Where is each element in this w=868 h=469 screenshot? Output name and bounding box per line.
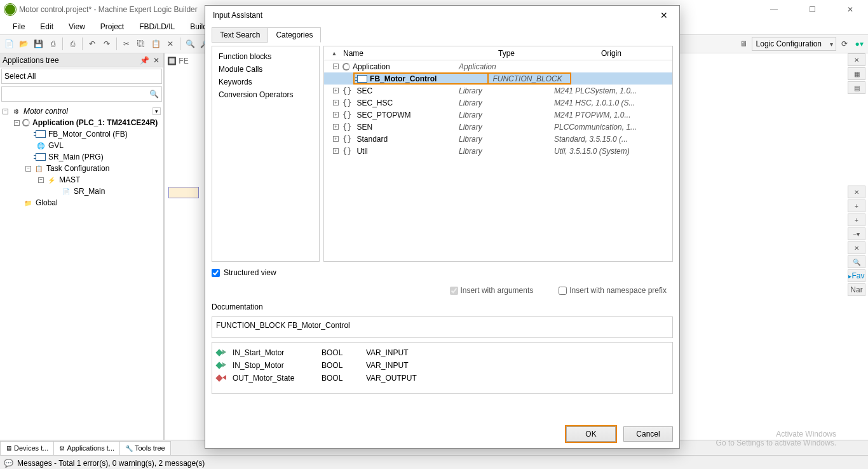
cut-button[interactable]: ✂ (120, 37, 133, 50)
minimize-button[interactable]: — (761, 3, 787, 16)
grid-row-sec_hsc[interactable]: + {}SEC_HSC Library M241 HSC, 1.0.1.0 (S… (324, 97, 672, 109)
panel-header: Applications tree 📌 ✕ (0, 53, 163, 67)
tree-item-srmain[interactable]: SR_Main (PRG) (0, 151, 163, 163)
pin-icon[interactable]: 📌 (139, 56, 151, 65)
documentation-box: FUNCTION_BLOCK FB_Motor_Control (212, 316, 673, 338)
search-icon-right[interactable]: 🔍 (848, 255, 865, 268)
tree-item-global[interactable]: 📁 Global (0, 197, 163, 208)
items-grid[interactable]: ▲ Name Type Origin − Application Applica… (323, 46, 673, 262)
grid-row-standard[interactable]: + {}Standard Library Standard, 3.5.15.0 … (324, 133, 672, 145)
input-assistant-dialog: Input Assistant ✕ Text Search Categories… (205, 5, 680, 449)
menu-file[interactable]: File (5, 20, 32, 34)
right-close-3[interactable]: ✕ (848, 241, 865, 254)
parameters-box: IN_Start_MotorBOOLVAR_INPUTIN_Stop_Motor… (212, 342, 673, 394)
menu-view[interactable]: View (61, 20, 93, 34)
right-btn-b[interactable]: ▤ (848, 81, 865, 94)
right-nar[interactable]: Nar (848, 283, 865, 296)
save-button[interactable]: 💾 (32, 37, 44, 50)
applications-tree-panel: Applications tree 📌 ✕ Select All 🔍 − ⚙ M… (0, 53, 164, 440)
sort-icon[interactable]: ▲ (328, 50, 341, 57)
tree-item-fb[interactable]: FB_Motor_Control (FB) (0, 128, 163, 140)
grid-row-application[interactable]: − Application Application (324, 60, 672, 72)
grid-row-fb_motor_control[interactable]: FB_Motor_Control FUNCTION_BLOCK (324, 72, 672, 85)
col-origin[interactable]: Origin (554, 49, 668, 58)
messages-text: Messages - Total 1 error(s), 0 warning(s… (17, 459, 205, 468)
menu-edit[interactable]: Edit (32, 20, 61, 34)
grid-row-sec[interactable]: + {}SEC Library M241 PLCSystem, 1.0... (324, 85, 672, 97)
tree-item-mast[interactable]: − ⚡ MAST (0, 174, 163, 186)
category-keywords[interactable]: Keywords (219, 76, 313, 88)
app-icon (5, 4, 15, 15)
tree-item-mast-srmain[interactable]: 📄 SR_Main (0, 186, 163, 197)
dialog-title-bar[interactable]: Input Assistant ✕ (205, 6, 679, 25)
category-module-calls[interactable]: Module Calls (219, 63, 313, 76)
documentation-label: Documentation (212, 301, 673, 313)
col-type[interactable]: Type (459, 49, 554, 58)
grid-row-sec_ptopwm[interactable]: + {}SEC_PTOPWM Library M241 PTOPWM, 1.0.… (324, 109, 672, 121)
right-fav[interactable]: ▸Fav (848, 269, 865, 282)
right-close-1[interactable]: ✕ (848, 53, 865, 66)
save-all-button[interactable]: ⎙ (46, 37, 59, 50)
grid-row-sen[interactable]: + {}SEN Library PLCCommunication, 1... (324, 121, 672, 133)
right-btn-e[interactable]: −▾ (848, 228, 865, 240)
menu-project[interactable]: Project (93, 20, 132, 34)
device-icon[interactable]: 🖥 (737, 37, 750, 50)
tree-app[interactable]: − Application (PLC_1: TM241CE24R) (0, 117, 163, 128)
config-dropdown[interactable]: Logic Configuration (752, 37, 836, 51)
copy-button[interactable]: ⿻ (135, 37, 147, 50)
new-button[interactable]: 📄 (3, 37, 15, 50)
bottom-tab-2[interactable]: 🔧Tools tree (119, 441, 171, 455)
dialog-tabs: Text Search Categories (212, 27, 673, 43)
tree-root[interactable]: − ⚙ Motor control ▾ (0, 105, 163, 117)
messages-bar[interactable]: 💬 Messages - Total 1 error(s), 0 warning… (0, 455, 868, 469)
param-in_stop_motor: IN_Stop_MotorBOOLVAR_INPUT (216, 359, 668, 372)
undo-button[interactable]: ↶ (86, 37, 98, 50)
right-btn-d[interactable]: + (848, 214, 865, 226)
dialog-title: Input Assistant (213, 11, 262, 20)
insert-ns-checkbox[interactable]: Insert with namespace prefix (559, 286, 667, 295)
paste-button[interactable]: 📋 (149, 37, 162, 50)
watermark: Activate Windows Go to Settings to activ… (716, 430, 836, 447)
select-all-dropdown[interactable]: Select All (1, 69, 162, 84)
right-close-2[interactable]: ✕ (848, 186, 865, 198)
insert-args-checkbox[interactable]: Insert with arguments (450, 286, 534, 295)
grid-header[interactable]: ▲ Name Type Origin (324, 46, 672, 60)
category-conversion-operators[interactable]: Conversion Operators (219, 88, 313, 101)
bottom-tab-0[interactable]: 🖥Devices t... (0, 441, 54, 455)
tree-item-gvl[interactable]: 🌐 GVL (0, 140, 163, 151)
tree-item-taskcfg[interactable]: − 📋 Task Configuration (0, 163, 163, 174)
delete-button[interactable]: ✕ (164, 37, 177, 50)
structured-view-checkbox[interactable]: Structured view (212, 266, 673, 280)
category-function-blocks[interactable]: Function blocks (219, 50, 313, 63)
close-button[interactable]: ✕ (837, 3, 863, 16)
connect-button[interactable]: ●▾ (853, 37, 865, 50)
param-out_motor_state: OUT_Motor_StateBOOLVAR_OUTPUT (216, 372, 668, 384)
grid-row-util[interactable]: + {}Util Library Util, 3.5.15.0 (System) (324, 145, 672, 157)
tab-categories[interactable]: Categories (268, 27, 321, 43)
ok-button[interactable]: OK (566, 426, 616, 442)
open-button[interactable]: 📂 (17, 37, 30, 50)
tree[interactable]: − ⚙ Motor control ▾ − Application (PLC_1… (0, 103, 163, 440)
redo-button[interactable]: ↷ (100, 37, 113, 50)
tab-text-search[interactable]: Text Search (212, 27, 268, 43)
cancel-button[interactable]: Cancel (623, 426, 673, 442)
search-icon: 🔍 (149, 90, 159, 99)
panel-close-icon[interactable]: ✕ (152, 56, 161, 65)
dialog-close-button[interactable]: ✕ (654, 8, 674, 22)
categories-list[interactable]: Function blocksModule CallsKeywordsConve… (212, 46, 320, 262)
col-name[interactable]: Name (341, 49, 459, 58)
param-in_start_motor: IN_Start_MotorBOOLVAR_INPUT (216, 346, 668, 359)
panel-title: Applications tree (3, 56, 59, 65)
right-btn-c[interactable]: + (848, 200, 865, 212)
bottom-tab-1[interactable]: ⚙Applications t... (53, 441, 120, 455)
messages-icon: 💬 (4, 459, 13, 468)
right-btn-a[interactable]: ▦ (848, 67, 865, 80)
maximize-button[interactable]: ☐ (799, 3, 825, 16)
right-docked-panels: ✕ ▦ ▤ ✕ + + −▾ ✕ 🔍 ▸Fav Nar (848, 53, 868, 409)
refresh-button[interactable]: ⟳ (838, 37, 851, 50)
menu-fbd/ld/il[interactable]: FBD/LD/IL (132, 20, 182, 34)
find-button[interactable]: 🔍 (184, 37, 196, 50)
print-button[interactable]: ⎙ (66, 37, 79, 50)
window-title: Motor control.project* - Machine Expert … (19, 5, 198, 14)
search-input[interactable]: 🔍 (1, 86, 162, 102)
